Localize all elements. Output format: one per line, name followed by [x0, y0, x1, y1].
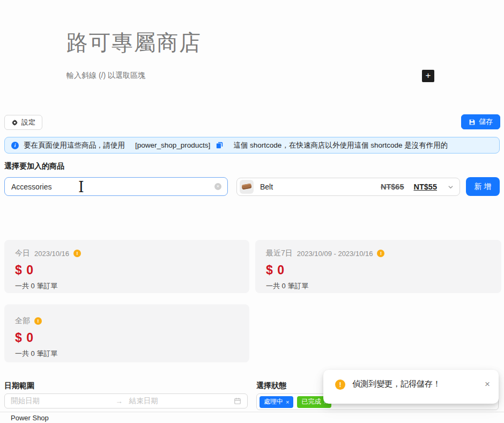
add-product-button-label: 新 增 [475, 182, 492, 192]
date-range-picker[interactable]: 開始日期 → 結束日期 [4, 393, 248, 409]
stat-amount: $ 0 [15, 263, 239, 278]
product-search-input[interactable] [4, 177, 228, 196]
breadcrumb-brand[interactable]: Power Shop [11, 414, 49, 422]
product-search-wrap: I × [4, 177, 228, 196]
shortcode-text: [power_shop_products] [135, 141, 210, 149]
warning-icon: ! [73, 250, 81, 257]
date-range-label: 日期範圍 [4, 381, 34, 391]
settings-button-label: 設定 [21, 118, 35, 127]
clear-input-icon[interactable]: × [214, 183, 221, 190]
product-thumbnail [240, 180, 254, 194]
product-picker-label: 選擇要加入的商品 [4, 162, 64, 171]
footer-divider [0, 412, 504, 412]
start-date-placeholder[interactable]: 開始日期 [11, 396, 115, 406]
stat-title: 今日 [15, 249, 30, 258]
belt-image [241, 184, 251, 190]
stat-title: 全部 [15, 316, 30, 326]
end-date-placeholder[interactable]: 結束日期 [129, 396, 234, 406]
stat-title: 最近7日 [266, 249, 293, 258]
product-sale-price: NT$55 [413, 183, 437, 191]
save-button-label: 儲存 [479, 117, 493, 127]
stat-amount: $ 0 [266, 263, 491, 278]
stat-orders: 一共 0 筆訂單 [15, 281, 239, 291]
warning-icon: ! [377, 250, 384, 257]
save-button[interactable]: 儲存 [461, 114, 500, 129]
toast-message: 偵測到變更，記得儲存！ [352, 379, 478, 389]
remove-tag-icon[interactable]: × [286, 399, 289, 405]
close-icon[interactable]: × [485, 379, 490, 389]
plus-icon: + [426, 70, 431, 81]
status-tag-processing[interactable]: 處理中 × [260, 396, 293, 408]
status-label: 選擇狀態 [256, 381, 286, 391]
stat-date-range: 2023/10/09 - 2023/10/16 [297, 250, 373, 258]
status-tag-label: 處理中 [264, 397, 283, 406]
banner-text-before: 要在頁面使用這些商品，請使用 [24, 141, 125, 150]
settings-button[interactable]: 設定 [4, 115, 42, 130]
copy-icon[interactable] [216, 142, 223, 149]
paragraph-placeholder[interactable]: 輸入斜線 (/) 以選取區塊 [66, 71, 145, 81]
gear-icon [11, 119, 18, 126]
unsaved-changes-toast: ! 偵測到變更，記得儲存！ × [323, 370, 499, 404]
stat-orders: 一共 0 筆訂單 [266, 281, 491, 291]
warning-icon: ! [335, 380, 345, 390]
product-select[interactable]: Belt NT$65 NT$55 [236, 178, 460, 196]
warning-icon: ! [34, 317, 42, 325]
stat-amount: $ 0 [15, 331, 239, 345]
stat-card-today: 今日 2023/10/16 ! $ 0 一共 0 筆訂單 [4, 240, 249, 293]
add-product-button[interactable]: 新 增 [466, 177, 500, 196]
save-icon [469, 119, 476, 126]
info-icon: i [11, 142, 19, 149]
calendar-icon [234, 397, 241, 405]
range-arrow-icon: → [115, 397, 123, 405]
chevron-down-icon [448, 184, 454, 190]
product-regular-price: NT$65 [381, 183, 404, 191]
stat-orders: 一共 0 筆訂單 [15, 349, 239, 359]
status-tag-label: 已完成 [301, 397, 321, 406]
product-name: Belt [260, 183, 374, 191]
banner-text-after: 這個 shortcode，在快速商店以外使用這個 shortcode 是沒有作用… [233, 141, 448, 150]
stat-card-last7days: 最近7日 2023/10/09 - 2023/10/16 ! $ 0 一共 0 … [255, 240, 501, 293]
shortcode-info-banner: i 要在頁面使用這些商品，請使用 [power_shop_products] 這… [4, 137, 500, 154]
stat-card-all: 全部 ! $ 0 一共 0 筆訂單 [4, 304, 249, 362]
block-inserter-button[interactable]: + [422, 70, 434, 82]
page-title[interactable]: 路可專屬商店 [66, 28, 202, 57]
stat-date-range: 2023/10/16 [34, 250, 69, 258]
block-editor-page: 路可專屬商店 輸入斜線 (/) 以選取區塊 + 設定 儲存 i 要在頁面使用這些… [0, 0, 504, 423]
